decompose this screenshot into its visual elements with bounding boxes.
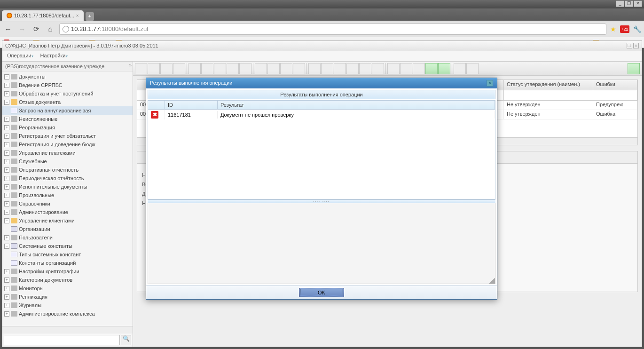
resize-handle-icon[interactable] xyxy=(489,278,495,284)
home-button[interactable]: ⌂ xyxy=(45,24,55,34)
tree-node-replication[interactable]: +Репликация xyxy=(2,293,133,301)
toolbar-button[interactable] xyxy=(308,63,321,74)
browser-tab[interactable]: 10.28.1.77:18080/defaul... × xyxy=(2,10,84,21)
os-maximize-button[interactable]: ❐ xyxy=(625,0,633,7)
tree-node-reg-oblig[interactable]: +Регистрация и учет обязательст xyxy=(2,132,133,140)
forward-button[interactable]: → xyxy=(17,24,27,34)
tree-node-client-mgmt[interactable]: −Управление клиентами xyxy=(2,216,133,225)
nav-tree[interactable]: −Документы +Ведение СРРПБС +Обработка и … xyxy=(2,71,133,326)
tree-node-users[interactable]: +Пользователи xyxy=(2,233,133,242)
tree-node-pay-mgmt[interactable]: +Управление платежами xyxy=(2,149,133,157)
toolbar-button[interactable] xyxy=(227,63,239,74)
toolbar-button[interactable] xyxy=(438,63,450,74)
tree-node-period-rep[interactable]: +Периодическая отчётность xyxy=(2,174,133,182)
tree-node-reorg[interactable]: +Реорганизация xyxy=(2,123,133,132)
tree-node-org-const[interactable]: Константы организаций xyxy=(2,259,133,267)
tree-node-recall[interactable]: −Отзыв документа xyxy=(2,98,133,106)
grid-header-errors[interactable]: Ошибки xyxy=(593,80,637,90)
toolbar-button[interactable] xyxy=(359,63,371,74)
toolbar-button[interactable] xyxy=(267,63,280,74)
book-icon xyxy=(11,82,17,88)
tree-node-doc-cat[interactable]: +Категории документов xyxy=(2,276,133,284)
tree-node-cancel-request[interactable]: Запрос на аннулирование зая xyxy=(2,106,133,115)
toolbar-button[interactable] xyxy=(400,63,412,74)
toolbar-button[interactable] xyxy=(413,63,425,74)
tree-node-complex-admin[interactable]: +Администрирование комплекса xyxy=(2,309,133,318)
extension-badge[interactable]: +22 xyxy=(620,25,629,33)
modal-col-id[interactable]: ID xyxy=(165,101,218,109)
reload-button[interactable]: ⟳ xyxy=(31,24,41,34)
results-modal: Результаты выполнения операции × Результ… xyxy=(146,78,497,300)
tree-node-documents[interactable]: −Документы xyxy=(2,72,133,81)
sidebar-hscrollbar[interactable] xyxy=(2,326,133,333)
bookmark-star-icon[interactable]: ★ xyxy=(610,25,616,33)
modal-splitter[interactable]: ···· ···· xyxy=(148,199,495,203)
toolbar-button[interactable] xyxy=(372,63,384,74)
menu-operations[interactable]: Операции xyxy=(7,53,33,60)
toolbar-button[interactable] xyxy=(148,63,160,74)
tree-node-oper-rep[interactable]: +Оперативная отчётность xyxy=(2,166,133,174)
grid-filter-cell[interactable] xyxy=(593,90,637,100)
menu-settings[interactable]: Настройки xyxy=(40,53,68,60)
toolbar-separator xyxy=(385,63,386,74)
toolbar-button[interactable] xyxy=(321,63,333,74)
tree-node-monitors[interactable]: +Мониторы xyxy=(2,284,133,293)
toolbar-button[interactable] xyxy=(135,63,147,74)
toolbar-button[interactable] xyxy=(387,63,400,74)
modal-col-icon[interactable] xyxy=(148,101,165,109)
toolbar-button[interactable] xyxy=(454,63,466,74)
app-maximize-button[interactable]: ❐ xyxy=(627,43,632,48)
toolbar-button[interactable] xyxy=(255,63,267,74)
toolbar-button[interactable] xyxy=(239,63,251,74)
toolbar-button[interactable] xyxy=(160,63,173,74)
toolbar-button[interactable] xyxy=(628,63,640,74)
toolbar-button[interactable] xyxy=(280,63,292,74)
modal-subtitle: Результаты выполнения операции xyxy=(148,90,495,99)
tab-close-icon[interactable]: × xyxy=(76,13,79,18)
modal-col-result[interactable]: Результат xyxy=(218,101,495,109)
tree-node-const-types[interactable]: Типы системных констант xyxy=(2,250,133,259)
book-icon xyxy=(11,91,17,96)
os-close-button[interactable]: ✕ xyxy=(634,0,642,7)
tree-node-processing[interactable]: +Обработка и учёт поступлений xyxy=(2,89,133,98)
back-button[interactable]: ← xyxy=(3,24,13,34)
tree-node-srrpbs[interactable]: +Ведение СРРПБС xyxy=(2,81,133,89)
os-minimize-button[interactable]: _ xyxy=(616,0,624,7)
sidebar-search-button[interactable]: 🔍 xyxy=(121,335,131,345)
grid-checkbox-header[interactable] xyxy=(137,80,147,90)
new-tab-button[interactable]: + xyxy=(86,12,94,21)
modal-ok-button[interactable]: OK xyxy=(299,288,344,297)
tree-node-journals[interactable]: +Журналы xyxy=(2,301,133,309)
book-icon xyxy=(11,302,17,308)
modal-close-button[interactable]: × xyxy=(487,80,493,87)
settings-wrench-icon[interactable]: 🔧 xyxy=(633,25,641,33)
toolbar-button[interactable] xyxy=(425,63,438,74)
tree-node-unfulfilled[interactable]: +Неисполненные xyxy=(2,115,133,123)
tree-node-custom[interactable]: +Произвольные xyxy=(2,191,133,199)
toolbar-button[interactable] xyxy=(293,63,305,74)
grid-header-status[interactable]: Статус утверждения (наимен.) xyxy=(504,80,593,90)
tree-node-reg-budget[interactable]: +Регистрация и доведение бюдж xyxy=(2,140,133,149)
url-field[interactable]: 10.28.1.77:18080/default.zul xyxy=(59,24,606,35)
sidebar-search-input[interactable] xyxy=(4,335,120,345)
tree-node-sys-const[interactable]: −Системные константы xyxy=(2,242,133,250)
app-close-button[interactable]: × xyxy=(633,43,639,48)
grid-filter-cell[interactable] xyxy=(504,90,593,100)
toolbar-button[interactable] xyxy=(188,63,201,74)
toolbar-button[interactable] xyxy=(214,63,226,74)
grid-filter-cell[interactable] xyxy=(137,90,147,100)
toolbar-button[interactable] xyxy=(173,63,185,74)
tree-node-service[interactable]: +Служебные xyxy=(2,157,133,166)
tree-node-refs[interactable]: +Справочники xyxy=(2,199,133,208)
modal-titlebar[interactable]: Результаты выполнения операции × xyxy=(146,78,497,88)
modal-result-row[interactable]: ✖ 11617181 Документ не прошел проверку xyxy=(148,110,495,120)
sidebar-expand-icon[interactable]: » xyxy=(129,63,132,68)
toolbar-button[interactable] xyxy=(201,63,213,74)
tree-node-admin[interactable]: −Администрирование xyxy=(2,208,133,216)
tree-node-exec-docs[interactable]: +Исполнительные документы xyxy=(2,182,133,191)
tree-node-orgs[interactable]: Организации xyxy=(2,225,133,233)
toolbar-refresh-button[interactable] xyxy=(466,63,479,74)
tree-node-crypto[interactable]: +Настройки криптографии xyxy=(2,267,133,276)
toolbar-button[interactable] xyxy=(334,63,346,74)
toolbar-button[interactable] xyxy=(346,63,359,74)
